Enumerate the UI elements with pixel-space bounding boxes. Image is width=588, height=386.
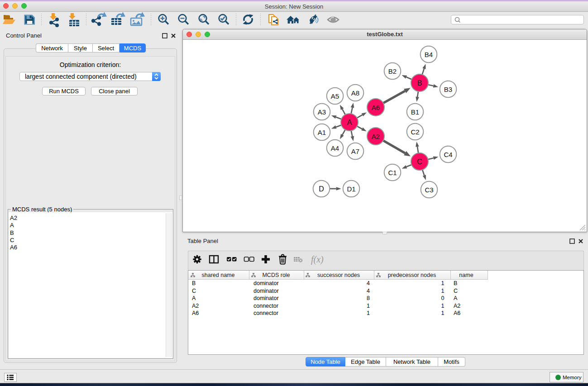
svg-text:predecessor nodes: predecessor nodes: [388, 272, 436, 278]
svg-text:dominator: dominator: [253, 288, 279, 294]
svg-text:MCDS role: MCDS role: [262, 272, 290, 278]
svg-text:B2: B2: [388, 67, 397, 75]
svg-text:C: C: [192, 288, 196, 294]
svg-text:A2: A2: [192, 303, 199, 309]
svg-text:1: 1: [441, 280, 445, 286]
svg-text:4: 4: [367, 288, 370, 294]
svg-text:B1: B1: [411, 108, 419, 116]
svg-text:B: B: [192, 280, 196, 286]
svg-text:B4: B4: [425, 51, 433, 58]
svg-text:C: C: [454, 288, 458, 294]
svg-text:A6: A6: [372, 104, 380, 111]
svg-text:A4: A4: [331, 144, 339, 152]
svg-text:1: 1: [367, 310, 370, 316]
svg-text:1: 1: [441, 303, 445, 309]
svg-text:A2: A2: [454, 303, 460, 309]
svg-text:B: B: [454, 280, 457, 286]
svg-text:C1: C1: [388, 169, 397, 176]
svg-text:A3: A3: [318, 108, 326, 116]
svg-text:dominator: dominator: [253, 295, 279, 301]
svg-text:shared name: shared name: [202, 272, 235, 278]
svg-text:A1: A1: [318, 129, 326, 136]
svg-text:C3: C3: [425, 186, 433, 194]
svg-text:connector: connector: [253, 303, 278, 309]
svg-text:name: name: [459, 272, 473, 278]
svg-text:A2: A2: [372, 133, 380, 140]
svg-text:B3: B3: [444, 86, 452, 93]
svg-text:D: D: [319, 185, 324, 193]
svg-text:1: 1: [367, 303, 370, 309]
svg-text:successor nodes: successor nodes: [317, 272, 360, 278]
svg-text:B: B: [417, 79, 422, 87]
svg-text:A: A: [192, 295, 196, 301]
svg-text:A6: A6: [192, 310, 199, 316]
svg-text:1: 1: [441, 288, 445, 294]
svg-text:connector: connector: [253, 310, 278, 316]
svg-text:4: 4: [367, 280, 370, 286]
svg-text:A8: A8: [351, 89, 359, 97]
svg-text:A6: A6: [454, 310, 460, 316]
svg-text:f(x): f(x): [311, 254, 324, 265]
svg-text:A5: A5: [331, 92, 339, 100]
svg-text:A: A: [347, 119, 352, 126]
svg-text:0: 0: [441, 295, 445, 301]
svg-text:C2: C2: [411, 128, 419, 136]
svg-text:C4: C4: [444, 151, 452, 158]
svg-text:C: C: [417, 158, 422, 166]
svg-text:A7: A7: [351, 148, 359, 155]
svg-text:8: 8: [367, 295, 370, 301]
svg-text:1: 1: [441, 310, 445, 316]
svg-text:D1: D1: [347, 185, 355, 193]
svg-text:dominator: dominator: [253, 280, 279, 286]
svg-text:A: A: [454, 295, 458, 301]
